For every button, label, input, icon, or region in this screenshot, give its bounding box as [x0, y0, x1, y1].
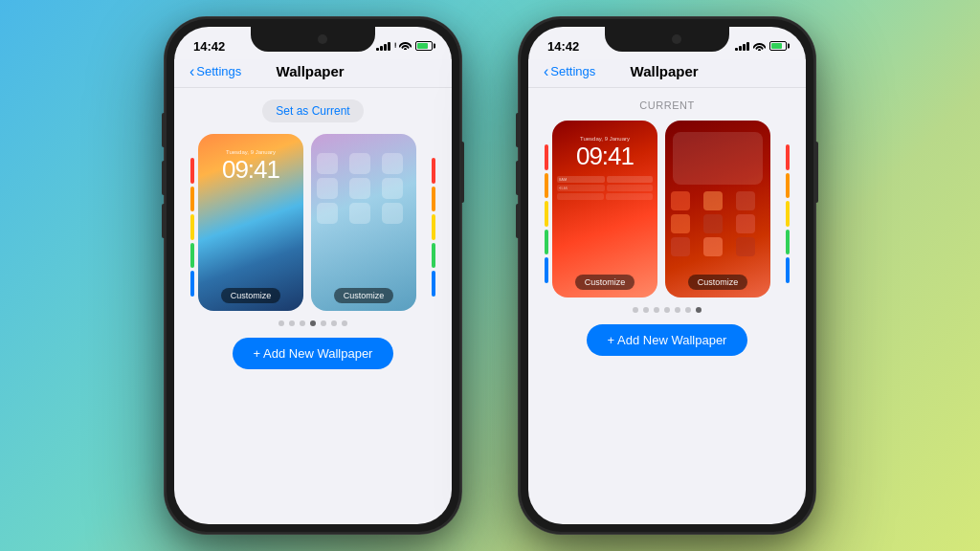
dot-5 — [321, 320, 326, 326]
screen-content-left: Set as Current Tuesday, 9 January 09:41 — [174, 88, 452, 379]
home-screen-card-left[interactable]: Customize — [311, 134, 416, 311]
dot-2 — [289, 320, 295, 326]
back-button-right[interactable]: ‹ Settings — [544, 64, 595, 79]
accent-bar2-r-yellow — [786, 201, 790, 227]
app-icon-2 — [349, 153, 370, 174]
app-r-5 — [703, 214, 723, 233]
notch-left — [251, 27, 375, 52]
phone-screen-left: 14:42 ᵎ ‹ Settings — [174, 27, 452, 524]
camera-left — [318, 34, 327, 44]
right-side-bars-left — [432, 158, 435, 297]
accent-bar2-red — [545, 144, 548, 170]
left-side-bars-left — [190, 158, 194, 297]
accent-bar-r-orange — [432, 187, 435, 212]
customize-btn-home-left[interactable]: Customize — [334, 288, 394, 303]
phone-screen-right: 14:42 ‹ Settings Wallpaper — [528, 27, 806, 524]
dot-4-active — [310, 320, 316, 326]
signal-bars-right — [735, 42, 749, 51]
lock-screen-card-right[interactable]: Tuesday, 9 January 09:41 8AM •ELAN — [552, 121, 657, 298]
accent-bar2-r-orange — [786, 173, 790, 199]
app-icon-5 — [349, 178, 370, 199]
accent-bar2-yellow — [545, 201, 548, 227]
cards-outer-left: Tuesday, 9 January 09:41 Customize — [190, 134, 435, 320]
rdot-5 — [675, 307, 680, 313]
accent-bar-green — [190, 243, 194, 269]
home-screen-card-right[interactable]: Customize — [665, 121, 770, 298]
status-time-right: 14:42 — [547, 39, 579, 54]
accent-bar2-green — [545, 230, 548, 255]
back-chevron-left: ‹ — [189, 64, 194, 79]
app-r-6 — [736, 214, 755, 233]
lock-widgets-right: 8AM •ELAN — [557, 176, 653, 200]
customize-overlay-home-right: Customize — [665, 275, 770, 290]
accent-bar2-blue — [545, 257, 548, 283]
wifi-icon-left: ᵎ — [394, 40, 412, 53]
rdot-7-active — [696, 307, 702, 313]
status-icons-right — [735, 41, 787, 51]
accent-bar-r-red — [432, 158, 435, 184]
accent-bar-orange — [190, 187, 194, 212]
phone-right: 14:42 ‹ Settings Wallpaper — [519, 17, 815, 534]
accent-bar-yellow — [190, 214, 194, 240]
back-label-right: Settings — [550, 64, 595, 78]
widget-row2-col1: •ELAN — [557, 185, 605, 191]
back-button-left[interactable]: ‹ Settings — [189, 64, 241, 79]
app-r-8 — [703, 237, 723, 256]
status-time-left: 14:42 — [193, 39, 225, 54]
app-r-3 — [736, 191, 755, 210]
nav-title-left: Wallpaper — [241, 63, 379, 79]
dot-1 — [278, 320, 284, 326]
customize-overlay-home-left: Customize — [311, 288, 416, 303]
dot-3 — [300, 320, 305, 326]
customize-btn-lock-left[interactable]: Customize — [221, 288, 281, 303]
accent-bar2-r-green — [786, 230, 790, 255]
left-side-bars-right — [545, 144, 548, 283]
customize-overlay-lock-right: Customize — [552, 275, 657, 290]
app-r-2 — [703, 191, 723, 210]
battery-right — [769, 41, 787, 51]
rdot-2 — [643, 307, 649, 313]
set-current-button-left[interactable]: Set as Current — [262, 99, 363, 122]
app-r-7 — [671, 237, 690, 256]
signal-bars-left — [376, 42, 390, 51]
add-wallpaper-button-left[interactable]: + Add New Wallpaper — [233, 338, 394, 369]
rdot-1 — [633, 307, 638, 313]
customize-btn-lock-right[interactable]: Customize — [575, 275, 635, 290]
lock-screen-card-left[interactable]: Tuesday, 9 January 09:41 Customize — [198, 134, 303, 311]
rdot-6 — [685, 307, 691, 313]
accent-bar-r-yellow — [432, 214, 435, 240]
home-large-widget — [673, 132, 763, 185]
status-icons-left: ᵎ — [376, 40, 433, 53]
dot-6 — [331, 320, 337, 326]
app-icon-6 — [382, 178, 403, 199]
customize-overlay-lock-left: Customize — [198, 288, 303, 303]
wallpaper-cards-left: Tuesday, 9 January 09:41 Customize — [198, 134, 428, 311]
home-app-grid — [671, 191, 765, 256]
app-icon-9 — [382, 203, 403, 224]
app-icon-8 — [349, 203, 370, 224]
mini-time-left: 09:41 — [198, 155, 303, 185]
app-icon-4 — [317, 178, 338, 199]
back-label-left: Settings — [196, 64, 241, 78]
customize-btn-home-right[interactable]: Customize — [688, 275, 748, 290]
rdot-3 — [654, 307, 659, 313]
right-side-bars-right — [786, 144, 790, 283]
accent-bar-blue — [190, 271, 194, 297]
nav-bar-left: ‹ Settings Wallpaper — [174, 59, 452, 88]
widget-row2-col2 — [607, 185, 653, 191]
widget-row1-col2 — [607, 176, 653, 183]
cards-outer-right: Tuesday, 9 January 09:41 8AM •ELAN — [545, 121, 790, 307]
page-dots-left — [278, 320, 347, 326]
add-wallpaper-button-right[interactable]: + Add New Wallpaper — [587, 324, 748, 356]
wifi-icon-right — [753, 41, 766, 51]
accent-bar2-orange — [545, 173, 548, 199]
app-r-4 — [671, 214, 690, 233]
app-icon-3 — [382, 153, 403, 174]
nav-title-right: Wallpaper — [595, 63, 733, 79]
notch-right — [605, 27, 729, 52]
page-dots-right — [633, 307, 702, 313]
app-r-1 — [671, 191, 690, 210]
app-icon-7 — [317, 203, 338, 224]
accent-bar2-r-blue — [786, 257, 790, 283]
current-label-right: CURRENT — [639, 99, 694, 111]
